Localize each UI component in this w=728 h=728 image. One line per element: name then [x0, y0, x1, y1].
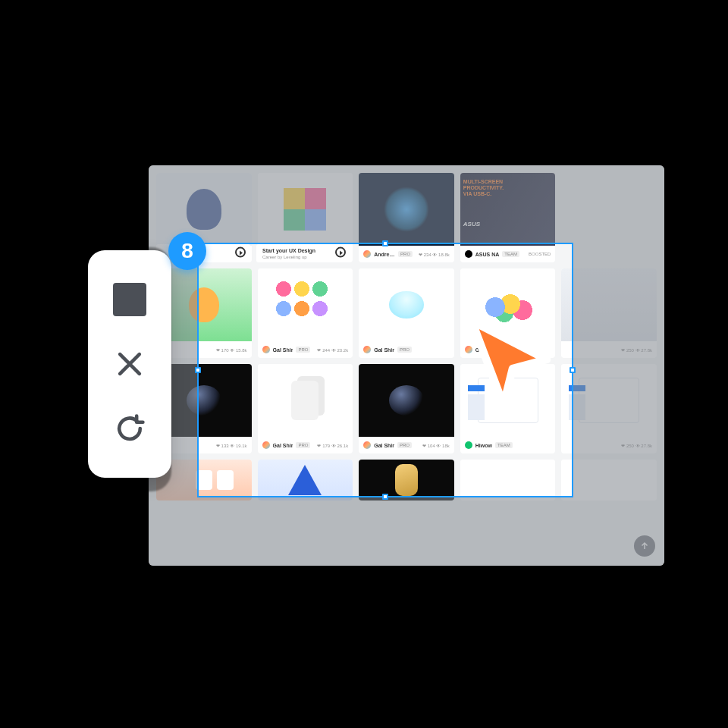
- cancel-button[interactable]: [110, 344, 149, 384]
- capture-count: 8: [181, 239, 193, 263]
- thumbnail-dashboard-2: [561, 460, 657, 500]
- thumbnail-asus-ad: MULTI-SCREEN PRODUCTIVITY. VIA USB-C. AS…: [460, 173, 556, 246]
- capture-toolbar: [88, 250, 171, 478]
- capture-count-badge: 8: [168, 232, 206, 270]
- cursor-graphic: [449, 305, 563, 419]
- close-icon: [113, 347, 146, 381]
- stop-icon: [113, 283, 146, 316]
- shot-card[interactable]: ❤ 250 👁 27.8k: [561, 364, 657, 453]
- thumbnail-runner: [156, 173, 252, 246]
- reload-icon: [113, 412, 146, 445]
- thumbnail-popart: [258, 173, 353, 246]
- thumbnail-mobile-ui-2: [561, 364, 657, 437]
- ad-headline: MULTI-SCREEN PRODUCTIVITY. VIA USB-C.: [463, 179, 510, 197]
- reload-button[interactable]: [110, 409, 149, 448]
- arrow-up-icon: [639, 541, 650, 551]
- stage: ChahinPRO❤ 46 👁 10k Hoang NguyenPRO❤ 71 …: [0, 0, 728, 728]
- ad-brand: ASUS: [463, 221, 480, 228]
- cursor-arrow-icon: [449, 305, 563, 419]
- thumbnail-desk: [561, 268, 657, 341]
- shot-card[interactable]: [561, 460, 657, 500]
- stop-button[interactable]: [110, 280, 149, 319]
- shot-card[interactable]: ❤ 250 👁 27.8k: [561, 268, 657, 358]
- thumbnail-nebula: [359, 173, 454, 246]
- scroll-to-top-button[interactable]: [634, 535, 655, 557]
